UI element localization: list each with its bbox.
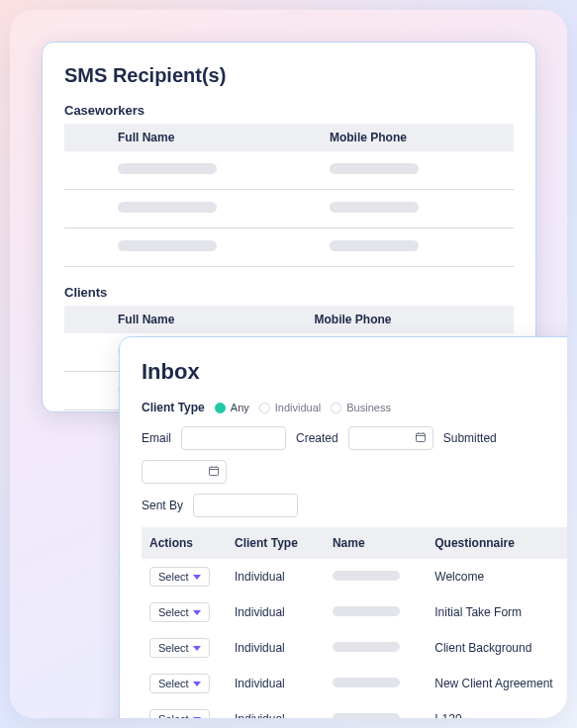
placeholder: [118, 163, 217, 174]
caret-down-icon: [193, 682, 201, 686]
placeholder: [333, 606, 400, 616]
caret-down-icon: [193, 646, 201, 651]
cell-name: [325, 594, 427, 630]
placeholder: [118, 202, 217, 213]
placeholder: [333, 678, 400, 687]
select-button[interactable]: Select: [149, 638, 210, 658]
col-actions: Actions: [142, 527, 227, 559]
cell-client-type: Individual: [227, 559, 325, 594]
cell-client-type: Individual: [227, 701, 325, 718]
cell-client-type: Individual: [227, 630, 325, 666]
cell-questionnaire: I-130: [427, 701, 567, 718]
placeholder: [333, 571, 400, 581]
cell-questionnaire: Client Background: [427, 630, 567, 666]
client-type-label: Client Type: [142, 401, 205, 414]
table-row: SelectIndividualNew Client Agreement8/06…: [142, 666, 567, 701]
cell-questionnaire: New Client Agreement: [427, 666, 567, 701]
cell-name: [325, 630, 427, 666]
clients-fullname-col: Full Name: [108, 306, 305, 333]
cell-client-type: Individual: [227, 666, 325, 701]
radio-individual[interactable]: Individual: [259, 402, 321, 413]
caseworkers-table: Full Name Mobile Phone: [64, 124, 514, 267]
svg-rect-0: [416, 433, 425, 441]
email-input[interactable]: [181, 426, 286, 450]
clients-mobile-col: Mobile Phone: [305, 306, 514, 333]
cell-client-type: Individual: [227, 594, 325, 630]
table-row: [64, 228, 514, 267]
submitted-date-input[interactable]: [142, 460, 227, 484]
radio-any-label: Any: [231, 402, 249, 413]
svg-rect-4: [210, 467, 219, 475]
caret-down-icon: [193, 717, 201, 719]
table-row: SelectIndividualWelcome8/26/2024: [142, 559, 567, 594]
radio-circle-icon: [259, 403, 270, 413]
inbox-table: Actions Client Type Name Questionnaire C…: [142, 527, 567, 718]
table-row: SelectIndividualI-1307/29/2024: [142, 701, 567, 718]
calendar-icon: [208, 465, 220, 477]
col-name: Name: [325, 527, 427, 559]
table-row: [64, 190, 514, 228]
email-filter-label: Email: [142, 431, 171, 445]
caseworkers-checkbox-col: [64, 124, 108, 151]
select-label: Select: [158, 642, 189, 654]
clients-checkbox-col: [64, 306, 108, 333]
select-button[interactable]: Select: [149, 709, 210, 718]
table-row: SelectIndividualClient Background8/12/20…: [142, 630, 567, 666]
cell-questionnaire: Initial Take Form: [427, 594, 567, 630]
calendar-icon: [415, 431, 427, 443]
radio-business-label: Business: [346, 402, 391, 413]
select-button[interactable]: Select: [149, 602, 210, 622]
radio-circle-icon: [331, 403, 341, 413]
sentby-input[interactable]: [193, 494, 298, 517]
placeholder: [333, 713, 400, 718]
placeholder: [330, 240, 419, 251]
col-client-type: Client Type: [227, 527, 325, 559]
radio-circle-icon: [215, 403, 226, 413]
placeholder: [333, 642, 400, 652]
placeholder: [330, 202, 419, 213]
placeholder: [118, 240, 217, 251]
select-label: Select: [158, 713, 189, 718]
cell-name: [325, 559, 427, 594]
sms-title: SMS Recipient(s): [64, 64, 514, 87]
radio-any[interactable]: Any: [215, 402, 249, 413]
created-filter-label: Created: [296, 431, 338, 445]
inbox-card: Inbox Client Type Any Individual Busines…: [119, 336, 567, 718]
select-label: Select: [158, 678, 189, 689]
radio-individual-label: Individual: [275, 402, 321, 413]
col-questionnaire: Questionnaire: [427, 527, 567, 559]
clients-heading: Clients: [64, 285, 514, 300]
cell-name: [325, 666, 427, 701]
caseworkers-heading: Caseworkers: [64, 103, 514, 118]
cell-name: [325, 701, 427, 718]
client-type-filter: Client Type Any Individual Business: [142, 401, 567, 414]
created-date-input[interactable]: [348, 426, 433, 450]
submitted-filter-label: Submitted: [443, 431, 497, 445]
select-button[interactable]: Select: [149, 567, 210, 587]
table-row: SelectIndividualInitial Take Form8/20/20…: [142, 594, 567, 630]
table-row: [64, 151, 514, 190]
caret-down-icon: [193, 575, 201, 580]
caseworkers-fullname-col: Full Name: [108, 124, 320, 151]
select-label: Select: [158, 606, 189, 618]
radio-business[interactable]: Business: [331, 402, 391, 413]
caret-down-icon: [193, 610, 201, 615]
placeholder: [330, 163, 419, 174]
sentby-filter-label: Sent By: [142, 499, 183, 512]
select-label: Select: [158, 571, 189, 583]
caseworkers-mobile-col: Mobile Phone: [320, 124, 514, 151]
select-button[interactable]: Select: [149, 674, 210, 693]
cell-questionnaire: Welcome: [427, 559, 567, 594]
inbox-title: Inbox: [142, 359, 567, 385]
